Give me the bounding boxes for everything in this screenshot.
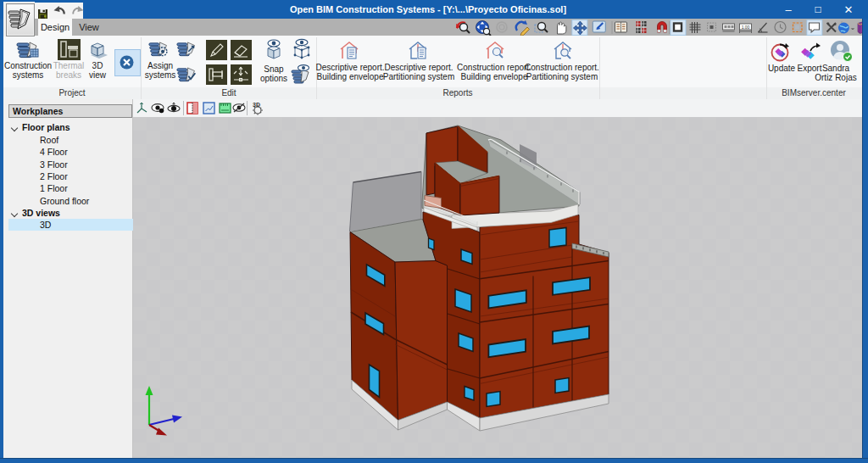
svg-text:1.00: 1.00 bbox=[742, 25, 750, 30]
